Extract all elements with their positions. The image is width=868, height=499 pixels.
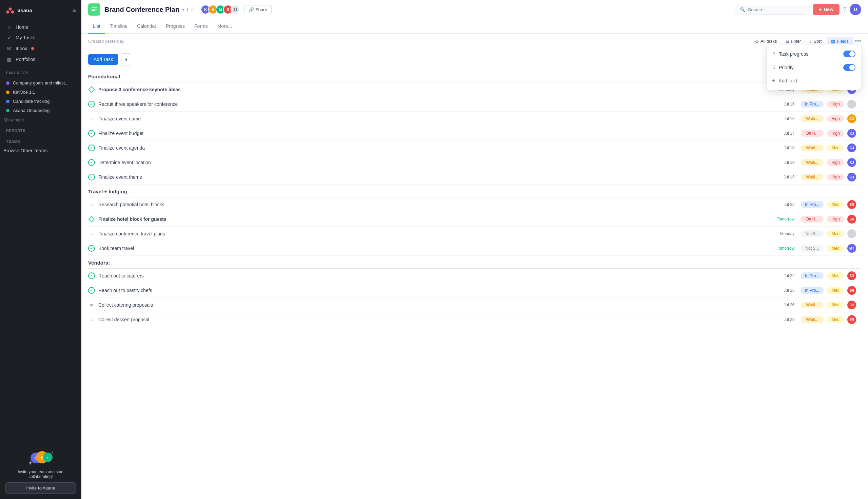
priority-badge[interactable]: Med xyxy=(827,302,844,308)
task-check-diamond[interactable] xyxy=(88,216,95,222)
new-button[interactable]: + New xyxy=(813,4,840,15)
task-check-checked[interactable]: ✓ xyxy=(88,101,95,108)
status-badge[interactable]: Waiti... xyxy=(801,145,823,151)
priority-badge[interactable]: Med xyxy=(827,245,844,252)
asana-logo[interactable]: asana xyxy=(5,5,32,15)
task-check-checked[interactable]: ✓ xyxy=(88,272,95,279)
sidebar-item-my-tasks[interactable]: ✓ My Tasks xyxy=(3,32,79,43)
task-check-checked[interactable]: ✓ xyxy=(88,145,95,151)
tab-calendar[interactable]: Calendar xyxy=(132,19,161,34)
priority-badge[interactable]: High xyxy=(827,101,844,108)
chevron-down-icon[interactable]: ▾ xyxy=(182,7,184,12)
task-check-diamond[interactable] xyxy=(88,86,95,93)
priority-badge[interactable]: High xyxy=(827,115,844,122)
favorites-item-asana-onboarding[interactable]: Asana Onboarding xyxy=(3,106,79,115)
task-area: Add Task ▾ Add Fields Foundational: Prop… xyxy=(82,49,868,499)
tab-forms[interactable]: Forms xyxy=(189,19,213,34)
status-badge[interactable]: In Pro... xyxy=(801,101,823,108)
task-name[interactable]: Reach out to caterers xyxy=(98,273,767,279)
browse-other-teams-link[interactable]: Browse Other Teams xyxy=(0,146,82,156)
status-badge[interactable]: In Pro... xyxy=(801,287,823,294)
task-name[interactable]: Collect catering proposals xyxy=(98,302,767,308)
task-name[interactable]: Research potential hotel blocks xyxy=(98,202,767,207)
sidebar: asana ≡ ⌂ Home ✓ My Tasks ✉ Inbox ▦ Port… xyxy=(0,0,82,499)
task-check-checked[interactable]: ✓ xyxy=(88,287,95,294)
search-box[interactable]: 🔍 Search xyxy=(735,5,809,15)
field-task-progress-label: Task progress xyxy=(779,51,840,57)
task-check-stack[interactable]: ≡ xyxy=(88,302,95,308)
task-name[interactable]: Book team travel xyxy=(98,246,767,251)
task-name[interactable]: Finalize event theme xyxy=(98,174,767,180)
dot-green-icon xyxy=(6,109,10,112)
sidebar-item-home[interactable]: ⌂ Home xyxy=(3,22,79,32)
priority-badge[interactable]: High xyxy=(827,159,844,166)
favorites-item-company-goals[interactable]: Company goals and milest... xyxy=(3,78,79,87)
task-name[interactable]: Finalize conference travel plans xyxy=(98,231,767,236)
task-check-stack[interactable]: ≡ xyxy=(88,201,95,208)
task-name[interactable]: Finalize event name xyxy=(98,116,767,121)
more-options-icon[interactable]: ••• xyxy=(855,38,861,45)
priority-badge[interactable]: Med xyxy=(827,201,844,208)
task-check-stack[interactable]: ≡ xyxy=(88,316,95,323)
priority-badge[interactable]: High xyxy=(827,130,844,137)
user-avatar[interactable]: U xyxy=(850,4,861,15)
task-check-stack[interactable]: ≡ xyxy=(88,230,95,237)
task-check-stack[interactable]: ≡ xyxy=(88,115,95,122)
status-badge[interactable]: Not S... xyxy=(801,230,823,237)
field-item-priority[interactable]: ⠿ Priority xyxy=(767,61,861,74)
add-task-dropdown[interactable]: ▾ xyxy=(121,53,131,65)
priority-badge[interactable]: Med xyxy=(827,145,844,151)
svg-point-0 xyxy=(9,8,12,11)
field-item-task-progress[interactable]: ⠿ Task progress xyxy=(767,47,861,61)
hamburger-icon[interactable]: ≡ xyxy=(72,7,76,14)
priority-badge[interactable]: High xyxy=(827,174,844,181)
sidebar-item-portfolios[interactable]: ▦ Portfolios xyxy=(3,54,79,65)
favorites-item-kat-joe[interactable]: Kat/Joe 1:1 xyxy=(3,87,79,97)
favorites-list: Company goals and milest... Kat/Joe 1:1 … xyxy=(0,77,82,117)
task-check-checked[interactable]: ✓ xyxy=(88,174,95,181)
status-badge[interactable]: Waiti... xyxy=(801,115,823,122)
status-badge[interactable]: Waiti... xyxy=(801,316,823,323)
priority-badge[interactable]: Med xyxy=(827,316,844,323)
add-task-button[interactable]: Add Task xyxy=(88,54,118,65)
show-more-link[interactable]: Show more xyxy=(0,117,82,124)
task-name[interactable]: Recruit three speakers for conference xyxy=(98,101,767,107)
status-badge[interactable]: On H... xyxy=(801,130,823,137)
sidebar-item-inbox[interactable]: ✉ Inbox xyxy=(3,43,79,54)
status-badge[interactable]: Not S... xyxy=(801,245,823,252)
tab-list[interactable]: List xyxy=(88,19,105,34)
table-row: Propose 3 conference keynote ideas Thurs… xyxy=(88,83,861,97)
task-name[interactable]: Finalize hotel block for guests xyxy=(98,216,767,222)
task-name[interactable]: Finalize event budget xyxy=(98,131,767,136)
priority-badge[interactable]: Med xyxy=(827,272,844,279)
favorites-item-candidate-tracking[interactable]: Candidate tracking xyxy=(3,97,79,106)
task-progress-toggle[interactable] xyxy=(843,50,855,57)
tab-timeline[interactable]: Timeline xyxy=(105,19,132,34)
status-badge[interactable]: Waiti... xyxy=(801,174,823,181)
task-check-checked[interactable]: ✓ xyxy=(88,159,95,166)
status-badge[interactable]: Waiti... xyxy=(801,159,823,166)
task-name[interactable]: Collect dessert proposal xyxy=(98,317,767,322)
share-button[interactable]: 🔗 Share xyxy=(244,5,272,14)
status-badge[interactable]: Waiti... xyxy=(801,302,823,308)
task-name[interactable]: Determine event location xyxy=(98,160,767,165)
status-badge[interactable]: In Pro... xyxy=(801,272,823,279)
priority-badge[interactable]: High xyxy=(827,216,844,222)
status-badge[interactable]: In Pro... xyxy=(801,201,823,208)
task-check-checked[interactable]: ✓ xyxy=(88,130,95,137)
add-field-item[interactable]: + Add field xyxy=(767,74,861,87)
priority-toggle[interactable] xyxy=(843,64,855,71)
star-icon[interactable]: ☆ xyxy=(190,7,195,12)
task-name[interactable]: Propose 3 conference keynote ideas xyxy=(98,87,767,92)
tab-more[interactable]: More... xyxy=(213,19,237,34)
priority-badge[interactable]: Med xyxy=(827,287,844,294)
help-icon[interactable]: ? xyxy=(843,6,846,13)
task-name[interactable]: Reach out to pastry chefs xyxy=(98,288,767,293)
priority-badge[interactable]: Med xyxy=(827,230,844,237)
status-badge[interactable]: On H... xyxy=(801,216,823,222)
invite-to-asana-button[interactable]: Invite to Asana xyxy=(5,482,76,494)
info-icon[interactable]: ℹ xyxy=(186,7,188,12)
tab-progress[interactable]: Progress xyxy=(161,19,189,34)
task-name[interactable]: Finalize event agenda xyxy=(98,145,767,150)
task-check-checked[interactable]: ✓ xyxy=(88,245,95,252)
